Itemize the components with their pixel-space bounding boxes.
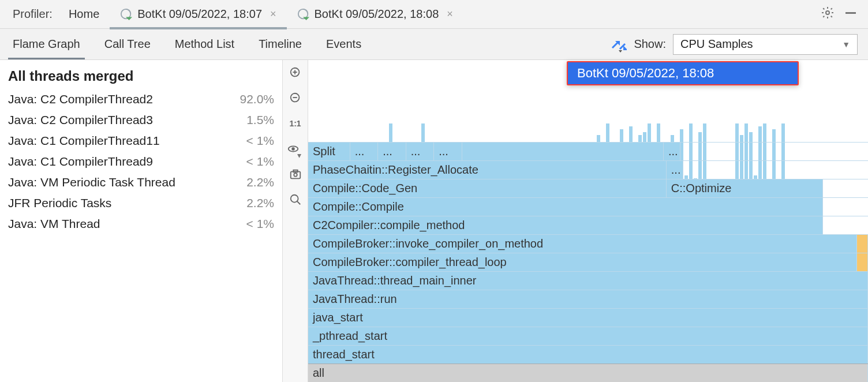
- flame-block[interactable]: _pthread_start: [308, 327, 868, 345]
- flame-block[interactable]: [857, 253, 868, 271]
- flame-stack: Split...............PhaseChaitin::Regist…: [308, 142, 868, 382]
- flame-block[interactable]: java_start: [308, 309, 868, 327]
- flame-row: CompileBroker::invoke_compiler_on_method: [308, 234, 868, 253]
- flame-block[interactable]: ...: [667, 161, 683, 179]
- flame-row: java_start: [308, 308, 868, 327]
- main-content: All threads merged Java: C2 CompilerThre…: [0, 60, 868, 382]
- close-icon[interactable]: ×: [270, 8, 276, 20]
- thread-percent: 2.2%: [246, 175, 274, 189]
- compare-snapshots-icon[interactable]: [611, 36, 627, 53]
- flame-block[interactable]: Split: [308, 143, 350, 160]
- flame-block[interactable]: ...: [406, 143, 435, 160]
- flame-block[interactable]: [857, 235, 868, 253]
- tab-timeline[interactable]: Timeline: [256, 29, 304, 59]
- session-tab-2-label: BotKt 09/05/2022, 18:08: [315, 8, 439, 21]
- thread-percent: 2.2%: [246, 196, 274, 210]
- thread-percent: 1.5%: [246, 113, 274, 127]
- thread-row[interactable]: Java: C1 CompilerThread9< 1%: [8, 151, 274, 172]
- svg-point-4: [826, 11, 829, 14]
- flame-graph-area[interactable]: BotKt 09/05/2022, 18:08 Split...........…: [308, 60, 868, 382]
- run-profiler-icon: [297, 8, 310, 21]
- flame-block[interactable]: [462, 143, 664, 160]
- flame-block[interactable]: C2Compiler::compile_method: [308, 216, 823, 234]
- tab-flame-graph[interactable]: Flame Graph: [10, 29, 83, 59]
- flame-block[interactable]: C::Optimize: [667, 179, 824, 197]
- presentation-icon[interactable]: ▾: [286, 140, 305, 158]
- run-profiler-icon: [120, 8, 133, 21]
- chevron-down-icon: ▼: [842, 40, 850, 49]
- thread-percent: < 1%: [246, 217, 274, 231]
- close-icon[interactable]: ×: [447, 8, 453, 20]
- session-tab-1[interactable]: BotKt 09/05/2022, 18:07 ×: [110, 0, 286, 28]
- flame-row: Split...............: [308, 142, 868, 160]
- thread-row[interactable]: JFR Periodic Tasks2.2%: [8, 193, 274, 214]
- home-label: Home: [69, 8, 99, 21]
- thread-row[interactable]: Java: C2 CompilerThread292.0%: [8, 89, 274, 110]
- thread-list-title: All threads merged: [8, 66, 274, 89]
- flame-block[interactable]: JavaThread::thread_main_inner: [308, 272, 868, 290]
- flame-block[interactable]: PhaseChaitin::Register_Allocate: [308, 161, 667, 179]
- zoom-out-icon[interactable]: [286, 89, 305, 107]
- minimize-icon[interactable]: [844, 6, 858, 23]
- thread-name: Java: VM Thread: [8, 217, 100, 231]
- svg-point-15: [292, 148, 294, 150]
- zoom-in-icon[interactable]: [286, 63, 305, 82]
- thread-percent: < 1%: [246, 155, 274, 168]
- flame-block[interactable]: ...: [664, 143, 680, 160]
- flame-block[interactable]: CompileBroker::invoke_compiler_on_method: [308, 235, 857, 253]
- flame-row: CompileBroker::compiler_thread_loop: [308, 253, 868, 271]
- home-tab[interactable]: Home: [58, 0, 110, 28]
- flame-block[interactable]: CompileBroker::compiler_thread_loop: [308, 253, 857, 271]
- flame-block: [823, 179, 868, 197]
- show-select[interactable]: CPU Samples ▼: [673, 34, 858, 55]
- thread-row[interactable]: Java: VM Periodic Task Thread2.2%: [8, 172, 274, 193]
- flame-block: [823, 198, 868, 216]
- capture-icon[interactable]: [286, 165, 305, 183]
- tab-call-tree[interactable]: Call Tree: [102, 29, 153, 59]
- thread-name: Java: C2 CompilerThread2: [8, 92, 153, 106]
- flame-toolbar: 1:1 ▾: [283, 60, 308, 382]
- flame-row: JavaThread::run: [308, 290, 868, 308]
- flame-row: all: [308, 364, 868, 382]
- compare-popup: BotKt 09/05/2022, 18:08: [567, 61, 799, 85]
- flame-row: Compile::Code_GenC::Optimize: [308, 179, 868, 197]
- session-tab-2[interactable]: BotKt 09/05/2022, 18:08 ×: [287, 0, 463, 28]
- thread-name: Java: C1 CompilerThread9: [8, 155, 153, 168]
- view-tab-bar: Flame Graph Call Tree Method List Timeli…: [0, 29, 868, 60]
- flame-block: [683, 161, 868, 179]
- flame-row: _pthread_start: [308, 327, 868, 345]
- search-icon[interactable]: [286, 190, 305, 209]
- flame-block[interactable]: JavaThread::run: [308, 290, 868, 308]
- tab-method-list[interactable]: Method List: [173, 29, 237, 59]
- flame-block: [823, 216, 868, 234]
- flame-block[interactable]: Compile::Code_Gen: [308, 179, 667, 197]
- zoom-reset-icon[interactable]: 1:1: [286, 114, 305, 133]
- top-tab-bar: Profiler: Home BotKt 09/05/2022, 18:07 ×…: [0, 0, 868, 29]
- flame-block[interactable]: ...: [350, 143, 379, 160]
- svg-marker-8: [619, 50, 622, 53]
- svg-point-19: [290, 195, 298, 203]
- thread-row[interactable]: Java: C2 CompilerThread31.5%: [8, 110, 274, 130]
- flame-block[interactable]: thread_start: [308, 346, 868, 364]
- thread-list-panel: All threads merged Java: C2 CompilerThre…: [0, 60, 283, 382]
- thread-row[interactable]: Java: VM Thread< 1%: [8, 214, 274, 234]
- thread-name: Java: C1 CompilerThread11: [8, 134, 160, 148]
- tab-events[interactable]: Events: [324, 29, 364, 59]
- thread-name: Java: VM Periodic Task Thread: [8, 175, 175, 189]
- thread-row[interactable]: Java: C1 CompilerThread11< 1%: [8, 130, 274, 151]
- flame-block[interactable]: ...: [434, 143, 462, 160]
- svg-rect-5: [845, 12, 856, 14]
- flame-row: Compile::Compile: [308, 197, 868, 216]
- gear-icon[interactable]: [821, 6, 835, 23]
- thread-name: JFR Periodic Tasks: [8, 196, 111, 210]
- flame-block[interactable]: ...: [378, 143, 406, 160]
- compare-popup-item[interactable]: BotKt 09/05/2022, 18:08: [568, 62, 798, 84]
- flame-row: JavaThread::thread_main_inner: [308, 271, 868, 290]
- flame-block[interactable]: all: [308, 364, 868, 382]
- show-label: Show:: [634, 38, 666, 51]
- svg-line-20: [297, 201, 300, 205]
- svg-point-17: [294, 173, 297, 177]
- flame-block: [680, 143, 868, 160]
- flame-block[interactable]: Compile::Compile: [308, 198, 823, 216]
- thread-percent: 92.0%: [240, 92, 274, 106]
